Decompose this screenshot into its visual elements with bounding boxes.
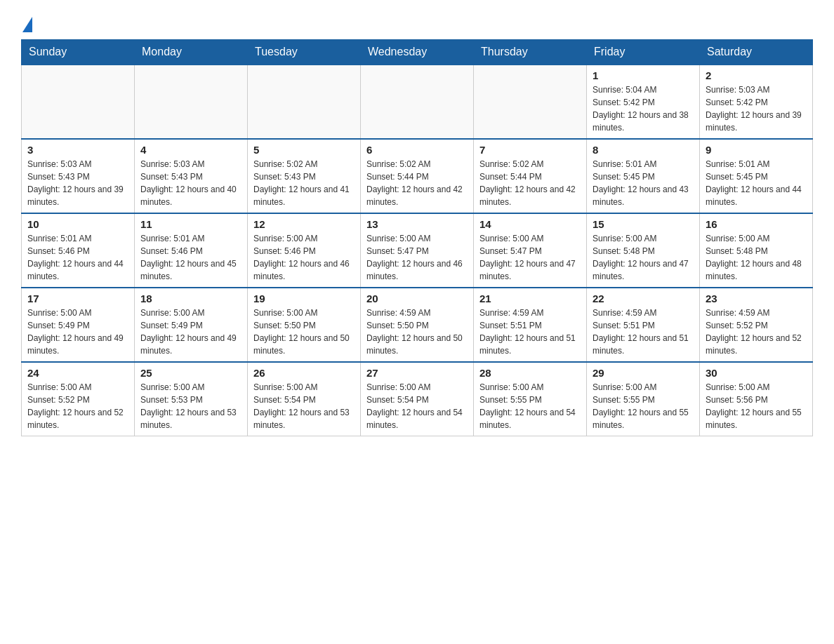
day-number: 26 <box>253 367 355 379</box>
day-number: 11 <box>140 218 241 230</box>
day-info: Sunrise: 5:04 AMSunset: 5:42 PMDaylight:… <box>593 83 694 134</box>
calendar-cell: 19Sunrise: 5:00 AMSunset: 5:50 PMDayligh… <box>248 288 361 362</box>
calendar-cell <box>135 65 248 139</box>
day-number: 21 <box>479 293 581 304</box>
calendar-cell: 8Sunrise: 5:01 AMSunset: 5:45 PMDaylight… <box>587 139 700 213</box>
calendar-header-row: SundayMondayTuesdayWednesdayThursdayFrid… <box>22 40 813 65</box>
calendar-cell: 3Sunrise: 5:03 AMSunset: 5:43 PMDaylight… <box>22 139 135 213</box>
day-info: Sunrise: 5:00 AMSunset: 5:47 PMDaylight:… <box>366 232 468 283</box>
logo <box>21 14 32 32</box>
day-header-sunday: Sunday <box>22 40 135 65</box>
day-number: 1 <box>593 69 694 81</box>
day-info: Sunrise: 4:59 AMSunset: 5:50 PMDaylight:… <box>366 307 468 357</box>
day-number: 12 <box>253 218 355 230</box>
day-number: 18 <box>140 293 241 304</box>
calendar-cell <box>248 65 361 139</box>
calendar-cell: 6Sunrise: 5:02 AMSunset: 5:44 PMDaylight… <box>361 139 474 213</box>
calendar-cell: 2Sunrise: 5:03 AMSunset: 5:42 PMDaylight… <box>700 65 813 139</box>
day-number: 19 <box>253 293 355 304</box>
day-info: Sunrise: 5:00 AMSunset: 5:48 PMDaylight:… <box>706 232 807 283</box>
day-info: Sunrise: 5:01 AMSunset: 5:45 PMDaylight:… <box>706 158 807 208</box>
calendar-cell <box>22 65 135 139</box>
day-number: 24 <box>27 367 128 379</box>
calendar-week-3: 10Sunrise: 5:01 AMSunset: 5:46 PMDayligh… <box>22 213 813 288</box>
day-number: 8 <box>593 144 694 156</box>
day-info: Sunrise: 5:01 AMSunset: 5:46 PMDaylight:… <box>27 232 128 283</box>
day-header-thursday: Thursday <box>474 40 587 65</box>
calendar-cell: 30Sunrise: 5:00 AMSunset: 5:56 PMDayligh… <box>700 362 813 436</box>
calendar-cell <box>361 65 474 139</box>
day-info: Sunrise: 5:00 AMSunset: 5:52 PMDaylight:… <box>27 381 128 431</box>
day-info: Sunrise: 5:00 AMSunset: 5:55 PMDaylight:… <box>593 381 694 431</box>
calendar-cell: 29Sunrise: 5:00 AMSunset: 5:55 PMDayligh… <box>587 362 700 436</box>
calendar-cell: 10Sunrise: 5:01 AMSunset: 5:46 PMDayligh… <box>22 213 135 288</box>
day-header-wednesday: Wednesday <box>361 40 474 65</box>
logo-triangle-icon <box>22 17 32 32</box>
day-info: Sunrise: 5:01 AMSunset: 5:45 PMDaylight:… <box>593 158 694 208</box>
calendar-week-5: 24Sunrise: 5:00 AMSunset: 5:52 PMDayligh… <box>22 362 813 436</box>
day-number: 29 <box>593 367 694 379</box>
day-number: 23 <box>706 293 807 304</box>
day-info: Sunrise: 5:00 AMSunset: 5:54 PMDaylight:… <box>366 381 468 431</box>
day-number: 20 <box>366 293 468 304</box>
day-number: 17 <box>27 293 128 304</box>
day-header-monday: Monday <box>135 40 248 65</box>
calendar-cell: 16Sunrise: 5:00 AMSunset: 5:48 PMDayligh… <box>700 213 813 288</box>
day-info: Sunrise: 5:00 AMSunset: 5:50 PMDaylight:… <box>253 307 355 357</box>
calendar-week-2: 3Sunrise: 5:03 AMSunset: 5:43 PMDaylight… <box>22 139 813 213</box>
day-info: Sunrise: 5:02 AMSunset: 5:44 PMDaylight:… <box>479 158 581 208</box>
day-number: 25 <box>140 367 241 379</box>
calendar-cell: 26Sunrise: 5:00 AMSunset: 5:54 PMDayligh… <box>248 362 361 436</box>
calendar-table: SundayMondayTuesdayWednesdayThursdayFrid… <box>21 39 813 436</box>
day-number: 27 <box>366 367 468 379</box>
calendar-week-4: 17Sunrise: 5:00 AMSunset: 5:49 PMDayligh… <box>22 288 813 362</box>
day-info: Sunrise: 5:01 AMSunset: 5:46 PMDaylight:… <box>140 232 241 283</box>
calendar-cell: 28Sunrise: 5:00 AMSunset: 5:55 PMDayligh… <box>474 362 587 436</box>
calendar-cell: 12Sunrise: 5:00 AMSunset: 5:46 PMDayligh… <box>248 213 361 288</box>
calendar-cell: 27Sunrise: 5:00 AMSunset: 5:54 PMDayligh… <box>361 362 474 436</box>
day-info: Sunrise: 5:00 AMSunset: 5:55 PMDaylight:… <box>479 381 581 431</box>
day-number: 30 <box>706 367 807 379</box>
day-info: Sunrise: 5:00 AMSunset: 5:56 PMDaylight:… <box>706 381 807 431</box>
calendar-cell: 23Sunrise: 4:59 AMSunset: 5:52 PMDayligh… <box>700 288 813 362</box>
day-header-friday: Friday <box>587 40 700 65</box>
day-info: Sunrise: 5:00 AMSunset: 5:47 PMDaylight:… <box>479 232 581 283</box>
calendar-week-1: 1Sunrise: 5:04 AMSunset: 5:42 PMDaylight… <box>22 65 813 139</box>
day-header-saturday: Saturday <box>700 40 813 65</box>
day-info: Sunrise: 5:02 AMSunset: 5:43 PMDaylight:… <box>253 158 355 208</box>
calendar-cell: 7Sunrise: 5:02 AMSunset: 5:44 PMDaylight… <box>474 139 587 213</box>
day-info: Sunrise: 5:00 AMSunset: 5:48 PMDaylight:… <box>593 232 694 283</box>
calendar-cell: 1Sunrise: 5:04 AMSunset: 5:42 PMDaylight… <box>587 65 700 139</box>
day-number: 9 <box>706 144 807 156</box>
calendar-cell: 4Sunrise: 5:03 AMSunset: 5:43 PMDaylight… <box>135 139 248 213</box>
day-info: Sunrise: 5:03 AMSunset: 5:43 PMDaylight:… <box>140 158 241 208</box>
calendar-cell: 24Sunrise: 5:00 AMSunset: 5:52 PMDayligh… <box>22 362 135 436</box>
calendar-cell: 21Sunrise: 4:59 AMSunset: 5:51 PMDayligh… <box>474 288 587 362</box>
day-number: 13 <box>366 218 468 230</box>
day-info: Sunrise: 4:59 AMSunset: 5:51 PMDaylight:… <box>593 307 694 357</box>
day-number: 2 <box>706 69 807 81</box>
day-info: Sunrise: 5:03 AMSunset: 5:43 PMDaylight:… <box>27 158 128 208</box>
day-info: Sunrise: 5:00 AMSunset: 5:49 PMDaylight:… <box>140 307 241 357</box>
calendar-cell: 13Sunrise: 5:00 AMSunset: 5:47 PMDayligh… <box>361 213 474 288</box>
day-number: 7 <box>479 144 581 156</box>
calendar-cell: 25Sunrise: 5:00 AMSunset: 5:53 PMDayligh… <box>135 362 248 436</box>
calendar-cell <box>474 65 587 139</box>
calendar-cell: 20Sunrise: 4:59 AMSunset: 5:50 PMDayligh… <box>361 288 474 362</box>
calendar-cell: 15Sunrise: 5:00 AMSunset: 5:48 PMDayligh… <box>587 213 700 288</box>
day-number: 16 <box>706 218 807 230</box>
calendar-cell: 5Sunrise: 5:02 AMSunset: 5:43 PMDaylight… <box>248 139 361 213</box>
calendar-cell: 14Sunrise: 5:00 AMSunset: 5:47 PMDayligh… <box>474 213 587 288</box>
calendar-cell: 9Sunrise: 5:01 AMSunset: 5:45 PMDaylight… <box>700 139 813 213</box>
calendar-cell: 22Sunrise: 4:59 AMSunset: 5:51 PMDayligh… <box>587 288 700 362</box>
calendar-cell: 18Sunrise: 5:00 AMSunset: 5:49 PMDayligh… <box>135 288 248 362</box>
page-header <box>21 14 813 32</box>
day-number: 15 <box>593 218 694 230</box>
day-info: Sunrise: 5:00 AMSunset: 5:54 PMDaylight:… <box>253 381 355 431</box>
calendar-cell: 11Sunrise: 5:01 AMSunset: 5:46 PMDayligh… <box>135 213 248 288</box>
day-info: Sunrise: 4:59 AMSunset: 5:52 PMDaylight:… <box>706 307 807 357</box>
day-info: Sunrise: 5:03 AMSunset: 5:42 PMDaylight:… <box>706 83 807 134</box>
day-number: 10 <box>27 218 128 230</box>
day-info: Sunrise: 5:00 AMSunset: 5:46 PMDaylight:… <box>253 232 355 283</box>
day-number: 5 <box>253 144 355 156</box>
